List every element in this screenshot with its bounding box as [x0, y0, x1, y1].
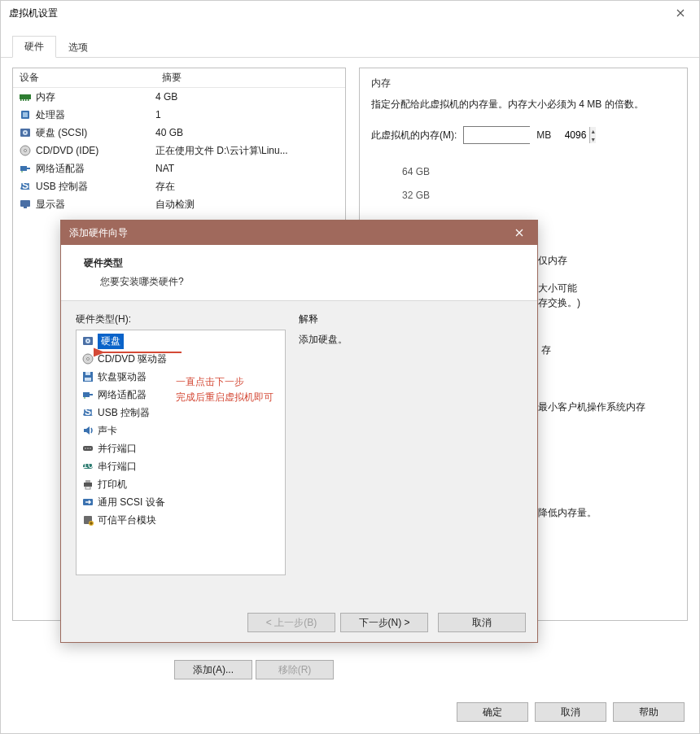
svg-rect-26	[85, 378, 91, 381]
tab-options[interactable]: 选项	[56, 37, 100, 58]
device-row[interactable]: 处理器1	[13, 106, 345, 124]
wizard-header: 硬件类型 您要安装哪类硬件?	[61, 245, 537, 301]
svg-point-35	[90, 448, 91, 449]
obscured-text-4: 降低内存量。	[538, 505, 597, 520]
svg-rect-4	[28, 99, 29, 101]
memory-ticks: 64 GB 32 GB	[371, 160, 676, 208]
device-name: 处理器	[36, 108, 155, 122]
svg-point-9	[24, 132, 26, 133]
tab-hardware[interactable]: 硬件	[12, 36, 56, 58]
svg-text:0101: 0101	[81, 460, 94, 470]
svg-rect-13	[27, 168, 30, 169]
hardware-type-label: 硬件类型(H):	[76, 312, 286, 326]
hardware-item-cd[interactable]: CD/DVD 驱动器	[77, 350, 285, 368]
hardware-item-net[interactable]: 网络适配器	[77, 386, 285, 404]
hardware-item-parallel[interactable]: 并行端口	[77, 439, 285, 457]
hardware-item-label: 通用 SCSI 设备	[98, 495, 165, 510]
svg-point-14	[21, 171, 23, 173]
explanation-label: 解释	[299, 312, 523, 326]
spin-buttons[interactable]: ▲ ▼	[589, 127, 596, 143]
hardware-item-label: 可信平台模块	[98, 513, 156, 528]
hardware-item-label: 网络适配器	[98, 387, 147, 403]
hardware-item-serial[interactable]: 0101串行端口	[77, 457, 285, 475]
memory-group-label: 内存	[371, 76, 676, 90]
tick-32gb: 32 GB	[402, 184, 676, 208]
memory-spinner[interactable]: ▲ ▼	[463, 126, 530, 144]
svg-rect-40	[85, 487, 90, 489]
hardware-item-tpm[interactable]: 可信平台模块	[77, 511, 285, 529]
device-name: 网络适配器	[36, 162, 155, 176]
wizard-body: 硬件类型(H): 硬盘CD/DVD 驱动器软盘驱动器网络适配器USBUSB 控制…	[61, 301, 537, 587]
hardware-item-printer[interactable]: 打印机	[77, 475, 285, 493]
memory-icon	[18, 90, 33, 103]
wizard-cancel-button[interactable]: 取消	[438, 613, 526, 632]
spin-down-icon[interactable]: ▼	[590, 135, 596, 143]
scsi-icon	[81, 496, 94, 509]
device-name: 硬盘 (SCSI)	[36, 126, 155, 140]
device-row[interactable]: CD/DVD (IDE)正在使用文件 D:\云计算\Linu...	[13, 142, 345, 159]
svg-rect-25	[85, 372, 90, 375]
wizard-titlebar: 添加硬件向导	[61, 221, 537, 245]
spin-up-icon[interactable]: ▲	[590, 127, 596, 135]
remove-button[interactable]: 移除(R)	[256, 660, 334, 679]
add-button[interactable]: 添加(A)...	[174, 660, 252, 679]
next-button[interactable]: 下一步(N) >	[340, 613, 428, 632]
close-icon[interactable]	[662, 1, 699, 25]
memory-desc: 指定分配给此虚拟机的内存量。内存大小必须为 4 MB 的倍数。	[371, 97, 676, 111]
svg-text:USB: USB	[81, 406, 94, 417]
ok-button[interactable]: 确定	[457, 702, 528, 722]
explanation-text: 添加硬盘。	[299, 333, 523, 347]
wizard-title: 添加硬件向导	[69, 226, 128, 240]
obscured-text-2: 存	[541, 343, 551, 357]
device-summary: 1	[155, 109, 345, 120]
device-row[interactable]: 内存4 GB	[13, 88, 345, 106]
device-row[interactable]: 硬盘 (SCSI)40 GB	[13, 124, 345, 142]
column-summary[interactable]: 摘要	[155, 68, 345, 87]
display-icon	[18, 198, 33, 211]
svg-point-11	[24, 150, 27, 152]
svg-point-29	[84, 397, 85, 399]
explanation-panel: 解释 添加硬盘。	[299, 312, 523, 575]
wizard-close-icon[interactable]	[501, 221, 537, 245]
dialog-buttons: 确定 取消 帮助	[457, 702, 685, 722]
svg-rect-17	[20, 200, 30, 207]
obscured-text-1: 仅内存 大小可能 存交换。)	[538, 253, 685, 310]
hardware-item-floppy[interactable]: 软盘驱动器	[77, 368, 285, 386]
tpm-icon	[81, 513, 94, 526]
device-row[interactable]: 显示器自动检测	[13, 195, 345, 213]
device-row[interactable]: USBUSB 控制器存在	[13, 177, 345, 195]
hardware-type-list[interactable]: 硬盘CD/DVD 驱动器软盘驱动器网络适配器USBUSB 控制器声卡并行端口01…	[76, 330, 286, 575]
svg-rect-38	[84, 483, 92, 487]
hardware-item-sound[interactable]: 声卡	[77, 422, 285, 439]
sound-icon	[81, 424, 94, 437]
device-name: CD/DVD (IDE)	[36, 145, 155, 156]
hardware-item-label: 硬盘	[98, 334, 124, 349]
device-summary: 4 GB	[155, 91, 345, 103]
help-button[interactable]: 帮助	[613, 702, 685, 722]
memory-unit: MB	[536, 129, 551, 141]
hardware-item-usb[interactable]: USBUSB 控制器	[77, 404, 285, 422]
disk-icon	[18, 126, 33, 139]
hardware-item-disk[interactable]: 硬盘	[77, 332, 285, 350]
svg-rect-3	[25, 99, 27, 101]
floppy-icon	[81, 370, 94, 383]
svg-rect-39	[85, 480, 90, 483]
parent-title: 虚拟机设置	[9, 7, 58, 20]
device-name: USB 控制器	[36, 180, 155, 194]
svg-point-33	[85, 448, 86, 449]
disk-icon	[81, 334, 94, 347]
hardware-item-label: 并行端口	[98, 441, 137, 457]
printer-icon	[81, 478, 94, 491]
cpu-icon	[18, 108, 33, 121]
memory-input[interactable]	[464, 127, 589, 143]
tabs-row: 硬件 选项	[1, 38, 699, 58]
serial-icon: 0101	[81, 460, 94, 473]
device-row[interactable]: 网络适配器NAT	[13, 159, 345, 177]
wizard-header-subtitle: 您要安装哪类硬件?	[84, 275, 521, 289]
device-name: 显示器	[36, 198, 155, 212]
cancel-button[interactable]: 取消	[535, 702, 606, 722]
column-device[interactable]: 设备	[13, 68, 155, 87]
memory-label: 此虚拟机的内存(M):	[371, 129, 457, 142]
hardware-item-scsi[interactable]: 通用 SCSI 设备	[77, 493, 285, 511]
back-button[interactable]: < 上一步(B)	[247, 613, 335, 632]
